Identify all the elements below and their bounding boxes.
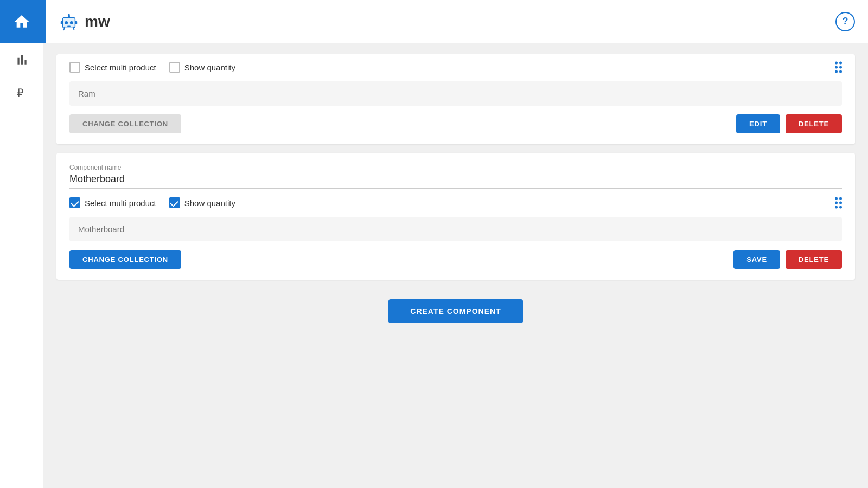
ram-show-quantity-box bbox=[169, 62, 180, 73]
help-button[interactable]: ? bbox=[835, 12, 855, 31]
ram-right-buttons: EDIT DELETE bbox=[736, 114, 842, 133]
svg-point-2 bbox=[65, 21, 68, 24]
motherboard-show-quantity-label: Show quantity bbox=[184, 198, 235, 208]
component-name-label: Component name bbox=[69, 164, 842, 171]
sidebar-analytics-button[interactable] bbox=[0, 43, 43, 76]
motherboard-select-multi-checkbox[interactable]: Select multi product bbox=[69, 197, 156, 208]
motherboard-checkbox-row: Select multi product Show quantity bbox=[69, 197, 842, 208]
header-title: mw bbox=[85, 13, 110, 30]
logo-icon bbox=[59, 11, 79, 32]
ram-drag-handle[interactable] bbox=[835, 62, 842, 73]
svg-point-6 bbox=[68, 14, 70, 16]
motherboard-card: Component name Motherboard Select multi … bbox=[56, 153, 855, 280]
motherboard-select-multi-label: Select multi product bbox=[85, 198, 156, 208]
motherboard-show-quantity-box bbox=[169, 197, 180, 208]
motherboard-collection-input[interactable] bbox=[69, 217, 842, 241]
sidebar-home-button[interactable] bbox=[0, 0, 43, 43]
svg-point-3 bbox=[70, 21, 73, 24]
ram-card: Select multi product Show quantity CHAN bbox=[56, 54, 855, 144]
content-area: Select multi product Show quantity CHAN bbox=[43, 43, 868, 488]
motherboard-save-button[interactable]: SAVE bbox=[733, 250, 780, 269]
motherboard-buttons-row: CHANGE COLLECTION SAVE DELETE bbox=[69, 250, 842, 269]
analytics-icon bbox=[15, 53, 29, 67]
motherboard-change-collection-button[interactable]: CHANGE COLLECTION bbox=[69, 250, 181, 269]
ram-collection-input[interactable] bbox=[69, 81, 842, 106]
svg-rect-7 bbox=[61, 21, 63, 24]
svg-rect-4 bbox=[67, 25, 71, 27]
ram-change-collection-button[interactable]: CHANGE COLLECTION bbox=[69, 114, 181, 133]
motherboard-show-quantity-checkbox[interactable]: Show quantity bbox=[169, 197, 235, 208]
svg-text:₽: ₽ bbox=[17, 87, 24, 99]
ram-edit-button[interactable]: EDIT bbox=[736, 114, 780, 133]
sidebar: ₽ bbox=[0, 0, 43, 488]
sidebar-currency-button[interactable]: ₽ bbox=[0, 76, 43, 108]
ram-select-multi-box bbox=[69, 62, 80, 73]
currency-icon: ₽ bbox=[15, 85, 29, 99]
create-component-button[interactable]: CREATE COMPONENT bbox=[388, 299, 522, 323]
ram-buttons-row: CHANGE COLLECTION EDIT DELETE bbox=[69, 114, 842, 133]
ram-checkbox-row: Select multi product Show quantity bbox=[69, 62, 842, 73]
ram-select-multi-checkbox[interactable]: Select multi product bbox=[69, 62, 156, 73]
create-component-row: CREATE COMPONENT bbox=[56, 288, 855, 329]
header: mw ? bbox=[43, 0, 868, 43]
ram-select-multi-label: Select multi product bbox=[85, 63, 156, 72]
svg-rect-8 bbox=[75, 21, 77, 24]
home-icon bbox=[13, 13, 30, 30]
ram-show-quantity-label: Show quantity bbox=[184, 63, 235, 72]
main-area: mw ? Select multi product Show quantity bbox=[43, 0, 868, 488]
component-name-value: Motherboard bbox=[69, 174, 842, 189]
ram-delete-button[interactable]: DELETE bbox=[786, 114, 842, 133]
motherboard-right-buttons: SAVE DELETE bbox=[733, 250, 842, 269]
motherboard-delete-button[interactable]: DELETE bbox=[786, 250, 842, 269]
motherboard-drag-handle[interactable] bbox=[835, 197, 842, 209]
ram-show-quantity-checkbox[interactable]: Show quantity bbox=[169, 62, 235, 73]
header-logo: mw bbox=[59, 11, 110, 32]
motherboard-select-multi-box bbox=[69, 197, 80, 208]
